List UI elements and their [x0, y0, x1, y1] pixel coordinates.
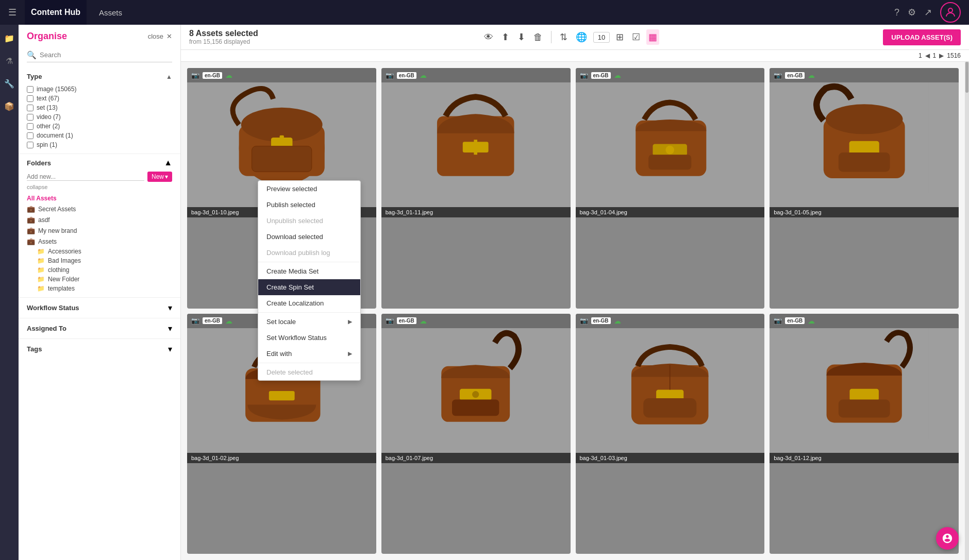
filter-item-set[interactable]: set (13) — [27, 103, 172, 112]
subfolder-clothing[interactable]: 📁 clothing — [27, 265, 172, 275]
folders-header[interactable]: Folders ▲ — [27, 158, 172, 167]
preview-label: Preview selected — [266, 185, 317, 193]
svg-rect-33 — [643, 398, 696, 417]
filter-checkbox-set[interactable] — [27, 105, 34, 111]
card-header-3: 📷 en-GB ☁ — [770, 68, 959, 82]
more-options-btn[interactable]: ▦ — [646, 29, 659, 45]
camera-icon-6: 📷 — [580, 317, 588, 325]
collapse-link[interactable]: collapse — [27, 184, 172, 190]
filter-icon[interactable]: ⚗ — [2, 54, 16, 68]
locale-badge-2: en-GB — [591, 72, 611, 79]
menu-icon[interactable]: ☰ — [8, 7, 16, 18]
context-delete-selected[interactable]: Delete selected — [258, 364, 360, 380]
box-icon[interactable]: 📦 — [2, 99, 16, 113]
locale-badge-5: en-GB — [397, 317, 416, 324]
type-filter-header[interactable]: Type ▲ — [27, 73, 172, 80]
locale-btn[interactable]: 🌐 — [574, 29, 589, 45]
type-filter-title: Type — [27, 73, 42, 80]
help-icon[interactable]: ? — [894, 7, 899, 18]
new-folder-button[interactable]: New ▾ — [147, 172, 172, 182]
locale-badge-7: en-GB — [785, 317, 805, 324]
asset-card-2[interactable]: 📷 en-GB ☁ — [576, 68, 765, 309]
page-next-btn[interactable]: ▶ — [939, 52, 944, 59]
download-btn[interactable]: ⬇ — [515, 29, 527, 45]
page-prev-btn[interactable]: ◀ — [925, 52, 930, 59]
context-create-media-set[interactable]: Create Media Set — [258, 263, 360, 279]
set-locale-arrow-icon: ▶ — [348, 318, 352, 325]
asset-card-3[interactable]: 📷 en-GB ☁ bag-3d — [770, 68, 959, 309]
filter-label-document: document (1) — [37, 132, 73, 139]
filter-item-spin[interactable]: spin (1) — [27, 140, 172, 149]
avatar-button[interactable] — [940, 2, 961, 23]
page-title: Assets — [99, 8, 894, 17]
folder-asdf[interactable]: 💼 asdf — [27, 214, 172, 225]
context-preview-selected[interactable]: Preview selected — [258, 181, 360, 197]
card-header-0: 📷 en-GB ☁ — [187, 68, 376, 82]
search-input[interactable] — [37, 50, 172, 60]
folders-title: Folders — [27, 159, 51, 167]
filter-item-document[interactable]: document (1) — [27, 131, 172, 140]
select-all-btn[interactable]: ☑ — [630, 29, 642, 45]
sort-btn[interactable]: ⇅ — [558, 29, 570, 45]
asset-card-5[interactable]: 📷 en-GB ☁ — [381, 314, 571, 554]
page-size-button[interactable]: 10 — [593, 32, 610, 43]
filter-item-text[interactable]: text (67) — [27, 94, 172, 103]
asset-label-1: bag-3d_01-11.jpeg — [381, 207, 571, 217]
filter-item-image[interactable]: image (15065) — [27, 84, 172, 94]
context-edit-with[interactable]: Edit with ▶ — [258, 346, 360, 362]
context-download-log[interactable]: Download publish log — [258, 245, 360, 261]
context-set-locale[interactable]: Set locale ▶ — [258, 314, 360, 330]
grid-view-btn[interactable]: ⊞ — [614, 29, 626, 45]
context-unpublish-selected[interactable]: Unpublish selected — [258, 213, 360, 229]
subfolder-templates[interactable]: 📁 templates — [27, 284, 172, 293]
subfolder-new-folder[interactable]: 📁 New Folder — [27, 275, 172, 284]
asset-card-1[interactable]: 📷 en-GB ☁ bag-3d — [381, 68, 571, 309]
subfolder-accessories[interactable]: 📁 Accessories — [27, 247, 172, 256]
preview-icon-btn[interactable]: 👁 — [482, 30, 495, 45]
context-create-localization[interactable]: Create Localization — [258, 295, 360, 311]
tools-icon[interactable]: 🔧 — [2, 76, 16, 91]
filter-checkbox-video[interactable] — [27, 114, 34, 121]
workflow-status-section[interactable]: Workflow Status ▾ — [19, 297, 180, 318]
folder-assets[interactable]: 💼 Assets — [27, 236, 172, 247]
tags-section[interactable]: Tags ▾ — [19, 338, 180, 359]
asset-card-7[interactable]: 📷 en-GB ☁ bag-3d — [770, 314, 959, 554]
assigned-to-section[interactable]: Assigned To ▾ — [19, 318, 180, 338]
upload-cloud-btn[interactable]: ⬆ — [499, 29, 511, 45]
cloud-icon-7: ☁ — [808, 317, 815, 325]
context-create-spin-set[interactable]: Create Spin Set — [258, 279, 360, 295]
context-publish-selected[interactable]: Publish selected — [258, 197, 360, 213]
upload-assets-button[interactable]: UPLOAD ASSET(S) — [883, 29, 961, 45]
scrollbar-thumb[interactable] — [965, 62, 968, 93]
export-icon[interactable]: ↗ — [924, 7, 932, 18]
folder-secret-assets[interactable]: 💼 Secret Assets — [27, 203, 172, 214]
subfolder-bad-images[interactable]: 📁 Bad Images — [27, 256, 172, 265]
chat-button[interactable] — [936, 527, 959, 550]
filter-checkbox-text[interactable] — [27, 95, 34, 102]
filter-checkbox-spin[interactable] — [27, 142, 34, 148]
close-button[interactable]: close ✕ — [148, 32, 172, 40]
briefcase-icon-asdf: 💼 — [27, 216, 35, 224]
filter-item-video[interactable]: video (7) — [27, 112, 172, 122]
locale-badge-1: en-GB — [397, 72, 416, 79]
settings-icon[interactable]: ⚙ — [908, 7, 916, 18]
context-set-workflow[interactable]: Set Workflow Status — [258, 330, 360, 346]
folder-all-assets[interactable]: All Assets — [27, 193, 172, 203]
files-icon[interactable]: 📁 — [2, 31, 16, 45]
folder-my-new-brand[interactable]: 💼 My new brand — [27, 225, 172, 236]
filter-checkbox-other[interactable] — [27, 123, 34, 130]
edit-with-arrow-icon: ▶ — [348, 350, 352, 357]
folder-all-assets-label: All Assets — [27, 195, 57, 202]
delete-btn[interactable]: 🗑 — [531, 30, 545, 45]
filter-checkbox-document[interactable] — [27, 132, 34, 139]
folder-icon-accessories: 📁 — [37, 248, 45, 255]
spin-set-label: Create Spin Set — [266, 283, 314, 291]
asset-card-6[interactable]: 📷 en-GB ☁ — [576, 314, 765, 554]
assigned-to-title: Assigned To — [27, 325, 66, 332]
filter-item-other[interactable]: other (2) — [27, 122, 172, 131]
add-folder-input[interactable] — [27, 173, 144, 181]
briefcase-icon-assets: 💼 — [27, 237, 35, 245]
grid-scrollbar[interactable] — [965, 62, 969, 560]
filter-checkbox-image[interactable] — [27, 86, 34, 93]
context-download-selected[interactable]: Download selected — [258, 229, 360, 245]
